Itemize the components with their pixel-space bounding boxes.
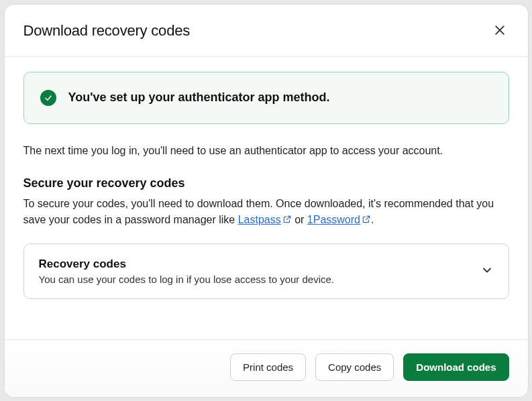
success-check-icon [40,90,56,106]
recovery-panel-text: Recovery codes You can use your codes to… [39,257,335,285]
success-message: You've set up your authenticator app met… [68,91,330,105]
external-link-icon [282,213,292,222]
modal-header: Download recovery codes [5,5,528,57]
copy-codes-button[interactable]: Copy codes [315,353,394,381]
onepassword-link[interactable]: 1Password [307,214,371,225]
lastpass-link[interactable]: Lastpass [238,214,292,225]
recovery-codes-panel[interactable]: Recovery codes You can use your codes to… [23,243,509,299]
download-codes-button[interactable]: Download codes [403,353,509,381]
desc-middle: or [292,214,307,225]
close-button[interactable] [490,21,509,42]
modal-footer: Print codes Copy codes Download codes [5,339,528,397]
modal-body: You've set up your authenticator app met… [5,57,528,339]
print-codes-button[interactable]: Print codes [230,353,306,381]
chevron-down-icon [480,264,494,280]
success-banner: You've set up your authenticator app met… [23,72,509,124]
recovery-panel-title: Recovery codes [39,257,335,271]
secure-codes-heading: Secure your recovery codes [23,176,509,190]
recovery-codes-modal: Download recovery codes You've set up yo… [5,5,528,397]
secure-codes-description: To secure your codes, you'll need to dow… [23,196,509,229]
external-link-icon [362,213,371,222]
desc-suffix: . [371,214,374,225]
intro-text: The next time you log in, you'll need to… [23,143,509,159]
recovery-panel-desc: You can use your codes to log in if you … [39,274,335,285]
modal-title: Download recovery codes [23,22,191,40]
close-icon [493,23,507,39]
